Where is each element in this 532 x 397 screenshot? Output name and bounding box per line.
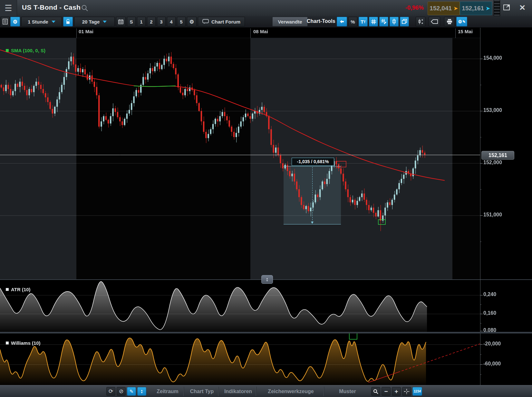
- speech-bubble-icon: [202, 19, 209, 24]
- menu-icon[interactable]: ☰: [0, 0, 17, 16]
- chart-forum-label: Chart Forum: [211, 19, 240, 25]
- ask-price-button[interactable]: 152,161 ➤︎: [460, 2, 492, 15]
- verwandte-label: Verwandte: [278, 19, 302, 25]
- ask-up-arrow-icon: ➤︎: [486, 5, 490, 11]
- axis-label: 154,000: [483, 55, 502, 61]
- bottom-toolbar: ⟳ ⊘ ✎ ▲▼ ZeitraumChart TypIndikatorenZei…: [0, 385, 532, 397]
- grid-toggle-icon[interactable]: [369, 17, 378, 26]
- chart-settings-edit-icon[interactable]: ⚙✎: [456, 17, 467, 26]
- data-values-button[interactable]: 1234: [412, 387, 422, 396]
- axis-label: 0,240: [483, 292, 496, 297]
- instrument-title: US T-Bond - Cash: [22, 4, 81, 11]
- bid-down-arrow-icon: ➤︎: [454, 5, 458, 11]
- zoom-in-icon[interactable]: +: [392, 387, 401, 396]
- zoom-tool-icon[interactable]: [371, 387, 380, 396]
- text-tool-label: T: [361, 19, 363, 25]
- interval-value: 1 Stunde: [28, 19, 48, 25]
- atr-legend-label: ATR (10): [11, 287, 31, 292]
- chart-settings-gear-icon[interactable]: ⚙: [187, 17, 197, 26]
- axis-label: 0,160: [483, 310, 496, 316]
- print-icon[interactable]: [444, 17, 455, 26]
- date-label: 01 Mai: [79, 29, 93, 34]
- axis-label: 151,000: [483, 212, 502, 218]
- watchlist-icon[interactable]: [1, 17, 10, 26]
- reorder-panels-icon[interactable]: ▲▼: [137, 387, 146, 396]
- candles-3-button[interactable]: 3: [157, 17, 166, 26]
- grid-edit-icon[interactable]: [379, 17, 388, 26]
- williams-legend-swatch: [6, 342, 9, 344]
- window-restore-icon[interactable]: [503, 3, 514, 13]
- panel-divider[interactable]: [0, 332, 532, 333]
- bottom-menu-indikatoren[interactable]: Indikatoren: [220, 387, 256, 396]
- separator: [256, 387, 256, 396]
- chart-tools-label: Chart-Tools: [307, 18, 335, 24]
- atr-legend-swatch: [6, 288, 9, 291]
- zoom-out-icon[interactable]: −: [382, 387, 391, 396]
- chart-forum-button[interactable]: Chart Forum: [198, 17, 245, 26]
- range-value: 20 Tage: [82, 19, 100, 25]
- chevron-down-icon: [103, 21, 107, 23]
- pattern-scan-icon[interactable]: [416, 17, 425, 26]
- separator: [183, 387, 184, 396]
- close-icon[interactable]: ✕: [517, 3, 528, 13]
- axis-label: -60,000: [483, 361, 501, 367]
- bottom-menu-chart-typ[interactable]: Chart Typ: [185, 387, 218, 396]
- candles-s-button[interactable]: S: [127, 17, 136, 26]
- bottom-menu-zeitraum[interactable]: Zeitraum: [151, 387, 184, 396]
- williams-legend[interactable]: Williams (10): [6, 340, 41, 346]
- calendar-icon[interactable]: [116, 17, 126, 26]
- measure-tooltip: -1,035 / 0,681%: [292, 158, 334, 166]
- windows-layout-icon[interactable]: [400, 17, 409, 26]
- current-price-badge: 152,161: [481, 151, 514, 160]
- lock-icon[interactable]: [63, 17, 73, 26]
- sma-legend[interactable]: SMA (100, 0, S): [6, 48, 45, 53]
- text-tool-label-small: T: [364, 20, 366, 24]
- settings-gear-icon[interactable]: ⚙: [10, 17, 20, 26]
- bottom-menu-zeichenwerkzeuge[interactable]: Zeichenwerkzeuge: [258, 387, 324, 396]
- title-bar: ☰ US T-Bond - Cash -0,96% 152,041 ➤︎ 152…: [0, 0, 532, 16]
- disable-drawing-icon[interactable]: ⊘: [117, 387, 126, 396]
- range-dropdown[interactable]: 20 Tage: [74, 17, 115, 26]
- bid-price-button[interactable]: 152,041 ➤︎: [428, 2, 460, 15]
- axis-label: 153,000: [483, 107, 502, 113]
- atr-legend[interactable]: ATR (10): [6, 287, 31, 292]
- percent-scale-button[interactable]: %: [348, 17, 357, 26]
- change-percent: -0,96%: [398, 5, 424, 11]
- sma-legend-label: SMA (100, 0, S): [11, 48, 45, 53]
- interval-dropdown[interactable]: 1 Stunde: [21, 17, 62, 26]
- axis-label: 152,000: [483, 160, 502, 165]
- crosshair-icon[interactable]: [402, 387, 411, 396]
- candles-2-button[interactable]: 2: [147, 17, 156, 26]
- collapse-tools-arrow-icon[interactable]: [337, 17, 347, 26]
- candles-5-button[interactable]: 5: [177, 17, 186, 26]
- chart-toolbar: ⚙ 1 Stunde 20 Tage S12345 ⚙ Chart Forum …: [0, 16, 532, 28]
- candle-type-icon[interactable]: [390, 17, 399, 26]
- bottom-menu-muster[interactable]: Muster: [325, 387, 370, 396]
- resize-down-icon: ▼: [266, 280, 268, 282]
- axis-label: -20,000: [483, 341, 501, 347]
- price-label-icon[interactable]: [429, 17, 440, 26]
- sma-legend-swatch: [6, 49, 9, 52]
- percent-label: %: [351, 19, 355, 25]
- separator: [218, 387, 219, 396]
- chevron-down-icon: [52, 21, 55, 23]
- candles-4-button[interactable]: 4: [167, 17, 176, 26]
- window-grip: [494, 0, 500, 16]
- search-icon[interactable]: [81, 5, 88, 12]
- trading-app-window: { "title_bar": { "title": "US T-Bond - C…: [0, 0, 532, 397]
- panel-resize-handle[interactable]: ▲ ▼: [261, 275, 273, 284]
- text-tool-button[interactable]: TT: [359, 17, 368, 26]
- verwandte-button[interactable]: Verwandte: [272, 17, 308, 26]
- date-label: 15 Mai: [458, 29, 473, 34]
- date-label: 08 Mai: [253, 29, 268, 34]
- ask-price: 152,161: [462, 5, 484, 12]
- bid-price: 152,041: [430, 5, 452, 12]
- chart-canvas[interactable]: [0, 0, 532, 397]
- candles-1-button[interactable]: 1: [137, 17, 146, 26]
- separator: [324, 387, 324, 396]
- data-values-label: 1234: [414, 390, 421, 393]
- williams-legend-label: Williams (10): [11, 340, 41, 346]
- down-triangle: ▼: [140, 392, 143, 394]
- refresh-icon[interactable]: ⟳: [106, 387, 115, 396]
- draw-pencil-icon[interactable]: ✎: [127, 387, 136, 396]
